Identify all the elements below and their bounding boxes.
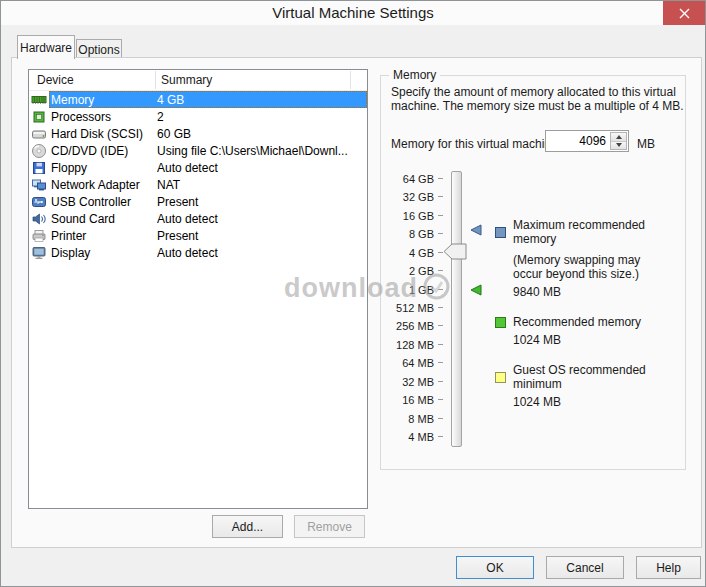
device-summary: 60 GB <box>157 127 367 141</box>
memory-spinner <box>610 132 627 150</box>
memory-slider-handle[interactable] <box>443 243 467 264</box>
tick-mark <box>438 325 443 326</box>
close-icon <box>679 8 690 19</box>
hard-disk-icon <box>29 126 49 142</box>
memory-icon <box>29 92 49 108</box>
max-memory-note-line2: occur beyond this size.) <box>513 267 681 281</box>
scale-label: 16 GB <box>381 209 443 222</box>
device-row-processors[interactable]: Processors 2 <box>29 108 367 125</box>
processor-icon <box>29 109 49 125</box>
ok-button[interactable]: OK <box>456 556 534 579</box>
spinner-up-icon[interactable] <box>611 133 626 142</box>
memory-slider-track[interactable] <box>451 171 462 447</box>
max-memory-label: Maximum recommended memory <box>513 218 681 246</box>
tick-mark <box>438 344 443 345</box>
cd-dvd-icon <box>29 143 49 159</box>
device-row-floppy[interactable]: Floppy Auto detect <box>29 159 367 176</box>
max-memory-marker-icon <box>469 222 482 240</box>
tab-hardware[interactable]: Hardware <box>17 35 75 59</box>
tick-mark <box>438 196 443 197</box>
device-name: Processors <box>49 110 157 124</box>
virtual-machine-settings-dialog: Virtual Machine Settings Options Hardwar… <box>0 0 706 587</box>
device-summary: 4 GB <box>157 93 367 107</box>
scale-label: 128 MB <box>381 338 443 351</box>
network-adapter-icon <box>29 177 49 193</box>
scale-label: 2 GB <box>381 264 443 277</box>
device-name: Network Adapter <box>49 178 157 192</box>
device-row-display[interactable]: Display Auto detect <box>29 244 367 261</box>
device-row-network-adapter[interactable]: Network Adapter NAT <box>29 176 367 193</box>
help-button[interactable]: Help <box>636 556 701 579</box>
usb-controller-icon <box>29 194 49 210</box>
device-name: USB Controller <box>49 195 157 209</box>
device-name: Sound Card <box>49 212 157 226</box>
tick-mark <box>438 270 443 271</box>
tick-mark <box>438 418 443 419</box>
device-name: Hard Disk (SCSI) <box>49 127 157 141</box>
memory-legend: Maximum recommended memory (Memory swapp… <box>495 218 681 409</box>
device-row-printer[interactable]: Printer Present <box>29 227 367 244</box>
memory-size-input[interactable] <box>546 131 608 151</box>
device-summary: Auto detect <box>157 246 367 260</box>
tick-mark <box>438 178 443 179</box>
column-header-summary[interactable]: Summary <box>161 73 212 87</box>
scale-label: 8 MB <box>381 412 443 425</box>
device-summary: Auto detect <box>157 161 367 175</box>
floppy-icon <box>29 160 49 176</box>
device-summary: Auto detect <box>157 212 367 226</box>
recommended-memory-marker-icon <box>469 282 482 300</box>
device-name: Memory <box>49 93 157 107</box>
close-button[interactable] <box>663 1 705 25</box>
column-divider[interactable] <box>350 71 351 89</box>
memory-group-box: Memory Specify the amount of memory allo… <box>380 75 686 470</box>
tab-options[interactable]: Options <box>76 39 122 58</box>
device-summary: Present <box>157 229 367 243</box>
max-memory-note-line1: (Memory swapping may <box>513 253 681 267</box>
memory-description-line1: Specify the amount of memory allocated t… <box>391 85 676 99</box>
recommended-memory-label: Recommended memory <box>513 315 641 329</box>
spinner-down-icon[interactable] <box>611 142 626 150</box>
memory-field-label: Memory for this virtual machine: <box>391 137 561 151</box>
recommended-memory-legend-icon <box>495 317 506 328</box>
titlebar[interactable]: Virtual Machine Settings <box>1 1 705 25</box>
tick-mark <box>438 399 443 400</box>
recommended-memory-value: 1024 MB <box>513 333 681 347</box>
cancel-button[interactable]: Cancel <box>546 556 624 579</box>
column-divider[interactable] <box>155 71 156 89</box>
column-header-device[interactable]: Device <box>37 73 74 87</box>
tick-mark <box>438 215 443 216</box>
printer-icon <box>29 228 49 244</box>
tick-mark <box>438 233 443 234</box>
max-memory-value: 9840 MB <box>513 285 681 299</box>
device-list-header: Device Summary <box>29 70 367 91</box>
device-list: Device Summary Memory 4 GB Pr <box>28 69 368 509</box>
tick-mark <box>438 381 443 382</box>
sound-card-icon <box>29 211 49 227</box>
dialog-title: Virtual Machine Settings <box>1 4 705 21</box>
device-name: Printer <box>49 229 157 243</box>
memory-size-field <box>545 130 629 152</box>
scale-label: 4 MB <box>381 430 443 443</box>
device-name: CD/DVD (IDE) <box>49 144 157 158</box>
scale-label: 4 GB <box>381 246 443 259</box>
scale-label: 64 MB <box>381 356 443 369</box>
device-row-cd-dvd[interactable]: CD/DVD (IDE) Using file C:\Users\Michael… <box>29 142 367 159</box>
guest-os-minimum-label: Guest OS recommended minimum <box>513 363 681 391</box>
device-row-memory[interactable]: Memory 4 GB <box>29 91 367 108</box>
device-summary: 2 <box>157 110 367 124</box>
group-box-title: Memory <box>389 68 440 82</box>
memory-unit-label: MB <box>637 137 655 151</box>
scale-label: 512 MB <box>381 301 443 314</box>
add-button[interactable]: Add... <box>212 515 283 538</box>
device-name: Display <box>49 246 157 260</box>
device-row-hard-disk[interactable]: Hard Disk (SCSI) 60 GB <box>29 125 367 142</box>
scale-label: 256 MB <box>381 319 443 332</box>
scale-label: 8 GB <box>381 227 443 240</box>
memory-description-line2: machine. The memory size must be a multi… <box>391 99 684 113</box>
tick-mark <box>438 289 443 290</box>
device-row-sound-card[interactable]: Sound Card Auto detect <box>29 210 367 227</box>
scale-label: 32 GB <box>381 190 443 203</box>
tick-mark <box>438 362 443 363</box>
device-row-usb-controller[interactable]: USB Controller Present <box>29 193 367 210</box>
display-icon <box>29 245 49 261</box>
